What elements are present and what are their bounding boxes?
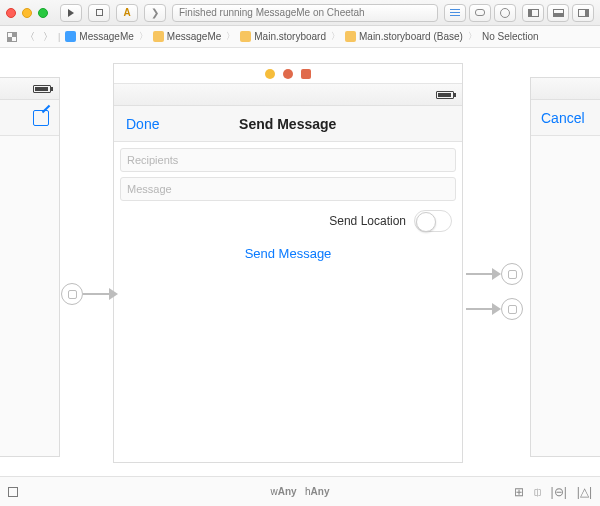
activity-status: Finished running MessageMe on Cheetah [172,4,438,22]
crumb-folder[interactable]: MessageMe [150,26,224,47]
scene-send-message[interactable]: Done Send Message Recipients Message Sen… [113,63,463,463]
status-bar [531,78,600,100]
crumb-storyboard-base[interactable]: Main.storyboard (Base) [342,26,466,47]
message-field[interactable]: Message [120,177,456,201]
folder-icon [153,31,164,42]
toggle-debug-button[interactable] [547,4,569,22]
nav-title: Send Message [239,116,336,132]
segue-main-to-right-b[interactable] [466,298,523,320]
send-location-switch[interactable] [414,210,452,232]
back-button[interactable]: 〈 [22,30,38,44]
scene-right[interactable]: Cancel [530,77,600,457]
panel-right-icon [578,9,589,17]
nav-cancel-button[interactable]: Cancel [541,110,585,126]
segue-main-to-right-a[interactable] [466,263,523,285]
run-button[interactable] [60,4,82,22]
play-icon [68,9,74,17]
minimize-window-button[interactable] [22,8,32,18]
chevron-icon: 〉 [331,30,340,43]
jump-bar: 〈 〉 | MessageMe 〉 MessageMe 〉 Main.story… [0,26,600,48]
exit-icon[interactable] [301,69,311,79]
storyboard-icon [345,31,356,42]
crumb-label: MessageMe [167,31,221,42]
nav-bar: Cancel [531,100,600,136]
nav-done-button[interactable]: Done [126,116,159,132]
close-window-button[interactable] [6,8,16,18]
status-bar [114,84,462,106]
breakpoint-button[interactable]: ❯ [144,4,166,22]
crumb-project[interactable]: MessageMe [62,26,136,47]
arrow-right-icon [492,303,501,315]
arrow-right-icon [492,268,501,280]
editor-mode-group [444,4,516,22]
recipients-field[interactable]: Recipients [120,148,456,172]
chevron-icon: 〉 [139,30,148,43]
crumb-label: MessageMe [79,31,133,42]
panel-toggle-group [522,4,594,22]
first-responder-icon[interactable] [283,69,293,79]
ib-canvas[interactable]: Done Send Message Recipients Message Sen… [0,48,600,476]
size-h: Any [311,486,330,497]
version-editor-button[interactable] [494,4,516,22]
forward-button[interactable]: 〉 [40,30,56,44]
segue-node-icon [501,298,523,320]
chevron-icon: 〉 [468,30,477,43]
send-location-label: Send Location [329,214,406,228]
panel-left-icon [528,9,539,17]
segue-left-to-main[interactable] [61,283,118,305]
storyboard-icon [240,31,251,42]
send-message-button[interactable]: Send Message [120,246,456,261]
size-w: Any [278,486,297,497]
lines-icon [450,9,460,17]
toggle-navigator-button[interactable] [522,4,544,22]
stop-icon [96,9,103,16]
segue-line [466,273,492,275]
zoom-window-button[interactable] [38,8,48,18]
crumb-label: Main.storyboard [254,31,326,42]
send-location-row: Send Location [120,206,456,236]
segue-line [466,308,492,310]
crumb-label: No Selection [482,31,539,42]
battery-icon [436,91,454,99]
segue-line [83,293,109,295]
crumb-label: Main.storyboard (Base) [359,31,463,42]
nav-bar [0,100,59,136]
grid-icon [7,32,17,42]
crumb-storyboard[interactable]: Main.storyboard [237,26,329,47]
size-class-control[interactable]: wAny hAny [0,486,600,497]
related-items-button[interactable] [4,30,20,44]
compose-icon[interactable] [33,110,49,126]
status-bar [0,78,59,100]
assistant-editor-button[interactable] [469,4,491,22]
link-icon [475,9,485,16]
scene-body: Recipients Message Send Location Send Me… [114,142,462,462]
size-w-prefix: w [271,486,278,497]
nav-bar: Done Send Message [114,106,462,142]
jump-separator: | [58,32,60,42]
circle-icon [500,8,510,18]
scheme-selector[interactable]: A [116,4,138,22]
panel-bottom-icon [553,9,564,17]
crumb-selection[interactable]: No Selection [479,26,542,47]
segue-node-icon [61,283,83,305]
canvas-bottom-bar: wAny hAny ⊞ ⎅ |⊖| |△| [0,476,600,506]
toggle-utilities-button[interactable] [572,4,594,22]
vc-icon[interactable] [265,69,275,79]
arrow-right-icon [109,288,118,300]
project-icon [65,31,76,42]
battery-icon [33,85,51,93]
chevron-icon: 〉 [226,30,235,43]
standard-editor-button[interactable] [444,4,466,22]
traffic-lights [6,8,48,18]
scene-left[interactable] [0,77,60,457]
segue-node-icon [501,263,523,285]
stop-button[interactable] [88,4,110,22]
window-titlebar: A ❯ Finished running MessageMe on Cheeta… [0,0,600,26]
scene-header-icons [114,64,462,84]
